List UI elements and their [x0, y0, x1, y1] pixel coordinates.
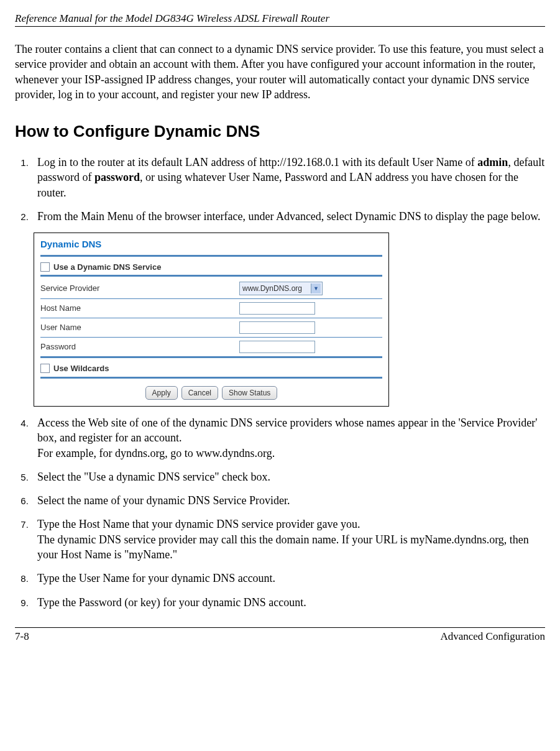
chevron-down-icon: ▼ [311, 283, 321, 293]
step-8: Type the Password (or key) for your dyna… [31, 595, 545, 610]
use-dynamic-dns-label: Use a Dynamic DNS Service [53, 262, 161, 273]
intro-paragraph: The router contains a client that can co… [15, 42, 545, 102]
password-input[interactable] [239, 341, 315, 353]
password-label: Password [40, 341, 239, 352]
user-name-input[interactable] [239, 321, 315, 334]
step-5: Select the name of your dynamic DNS Serv… [31, 493, 545, 508]
section-heading: How to Configure Dynamic DNS [15, 122, 545, 141]
service-provider-select[interactable]: www.DynDNS.org ▼ [239, 282, 323, 295]
step-7: Type the User Name for your dynamic DNS … [31, 571, 545, 586]
screenshot-title: Dynamic DNS [40, 238, 382, 251]
use-wildcards-checkbox[interactable] [40, 364, 50, 373]
apply-button[interactable]: Apply [145, 386, 178, 400]
dynamic-dns-screenshot: Dynamic DNS Use a Dynamic DNS Service Se… [34, 233, 389, 407]
service-provider-label: Service Provider [40, 283, 239, 294]
use-dynamic-dns-checkbox[interactable] [40, 262, 50, 272]
step-1: Log in to the router at its default LAN … [31, 155, 545, 200]
step-3: Access the Web site of one of the dynami… [31, 415, 545, 461]
cancel-button[interactable]: Cancel [181, 386, 218, 400]
header-title: Reference Manual for the Model DG834G Wi… [15, 12, 545, 27]
user-name-label: User Name [40, 322, 239, 333]
page-number: 7-8 [15, 630, 29, 643]
step-6: Type the Host Name that your dynamic DNS… [31, 517, 545, 562]
show-status-button[interactable]: Show Status [222, 386, 277, 400]
step-2: From the Main Menu of the browser interf… [31, 209, 545, 224]
use-wildcards-label: Use Wildcards [53, 363, 109, 374]
host-name-input[interactable] [239, 302, 315, 315]
host-name-label: Host Name [40, 303, 239, 314]
section-name: Advanced Configuration [440, 630, 545, 643]
step-4: Select the "Use a dynamic DNS service" c… [31, 469, 545, 484]
